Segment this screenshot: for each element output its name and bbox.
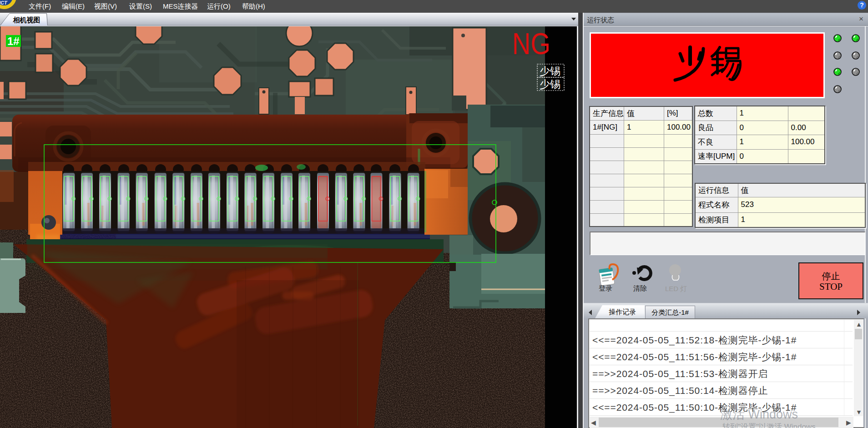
svg-text:少锡: 少锡: [540, 78, 560, 90]
svg-text:NG: NG: [512, 27, 550, 60]
svg-text:少锡: 少锡: [540, 65, 560, 77]
svg-text:1#: 1#: [7, 35, 20, 47]
